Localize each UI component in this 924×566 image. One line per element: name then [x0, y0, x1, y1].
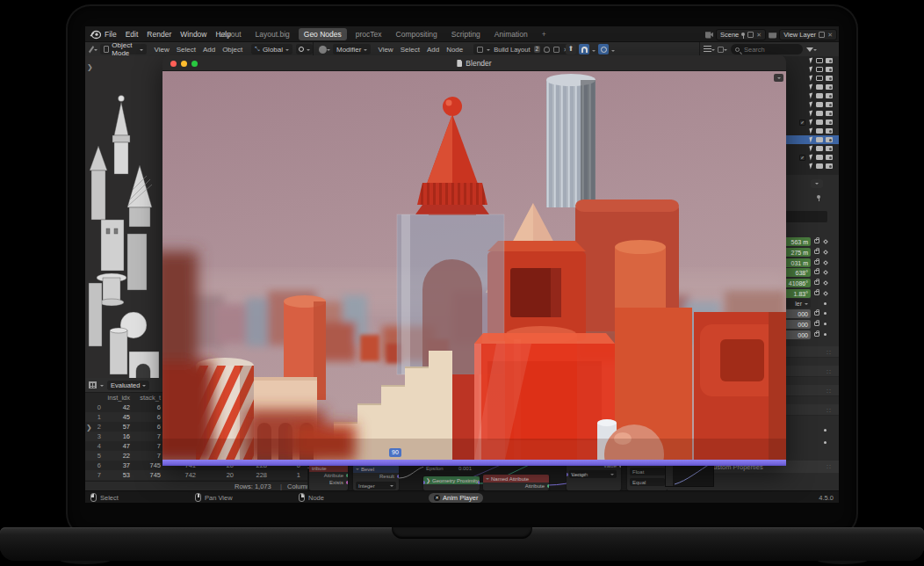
node-group-selector[interactable]: Build Layout 2 ✕	[473, 44, 572, 54]
pin-icon[interactable]	[741, 33, 745, 36]
lock-icon[interactable]	[814, 280, 819, 285]
panel-expand-arrow[interactable]: ❯	[86, 424, 92, 432]
tab-geo-nodes[interactable]: Geo Nodes	[299, 28, 347, 40]
collection-icon[interactable]	[718, 47, 724, 53]
mode-dropdown[interactable]: Object Mode	[100, 44, 147, 54]
new-scene-icon[interactable]	[747, 32, 754, 38]
viewport-visibility-icon[interactable]	[816, 102, 823, 107]
copy-icon[interactable]	[553, 47, 559, 53]
anim-player-button[interactable]: ✕ Anim Player	[429, 493, 483, 503]
new-view-layer-icon[interactable]	[819, 32, 825, 38]
animate-dot[interactable]	[824, 302, 827, 305]
unlink-scene-icon[interactable]: ✕	[756, 32, 762, 38]
toolbar-expand-arrow[interactable]: ❯	[87, 63, 93, 71]
menu-object[interactable]: Object	[222, 46, 242, 54]
selectability-cursor-icon[interactable]	[809, 67, 813, 73]
selectability-cursor-icon[interactable]	[809, 76, 813, 82]
viewport-visibility-icon[interactable]	[816, 128, 823, 134]
lock-icon[interactable]	[814, 260, 819, 265]
lock-icon[interactable]	[814, 332, 819, 337]
node-tree-type-dropdown[interactable]: Modifier	[333, 44, 371, 54]
render-visibility-icon[interactable]	[826, 137, 833, 142]
column-header-inst_idx[interactable]: inst_idx	[103, 394, 132, 402]
render-visibility-icon[interactable]	[826, 120, 833, 125]
socket-purple[interactable]	[397, 475, 399, 478]
viewport-visibility-icon[interactable]	[816, 76, 823, 81]
chevron-down-icon[interactable]	[327, 49, 330, 53]
selectability-cursor-icon[interactable]	[809, 128, 813, 134]
spreadsheet-row[interactable]: 7537457422022810.	[85, 470, 322, 480]
view-layer-icon[interactable]	[769, 31, 776, 39]
tab-proctex[interactable]: procTex	[350, 28, 387, 40]
lock-icon[interactable]	[814, 270, 819, 274]
render-visibility-icon[interactable]	[826, 128, 833, 134]
menu-add[interactable]: Add	[427, 46, 439, 54]
menu-node[interactable]: Node	[446, 46, 463, 54]
lock-icon[interactable]	[814, 239, 819, 243]
bevel-node[interactable]: Bevel Result Integer	[353, 465, 399, 490]
fake-user-shield-icon[interactable]	[544, 47, 550, 53]
animate-dot[interactable]	[824, 441, 827, 444]
search-input[interactable]	[742, 45, 795, 54]
viewport-visibility-icon[interactable]	[816, 137, 823, 142]
proportional-options-chevron[interactable]	[611, 50, 615, 54]
render-visibility-icon[interactable]	[826, 163, 833, 169]
viewport-visibility-icon[interactable]	[816, 67, 823, 72]
region-options-chevron[interactable]	[774, 74, 783, 82]
pin-id-icon[interactable]	[817, 195, 820, 199]
chevron-down-icon[interactable]	[724, 49, 727, 53]
spreadsheet-editor-icon[interactable]	[89, 381, 97, 388]
render-visibility-icon[interactable]	[826, 93, 833, 98]
animate-diamond-icon[interactable]	[823, 270, 828, 275]
remove-view-layer-icon[interactable]: ✕	[827, 32, 833, 38]
proportional-editing-icon[interactable]	[598, 44, 609, 54]
socket-purple[interactable]	[567, 473, 568, 476]
view-layer-selector[interactable]: View Layer ✕	[779, 29, 837, 40]
math-node-fragment[interactable]: Float Equal	[627, 464, 668, 490]
scene-icon[interactable]	[705, 31, 713, 39]
viewport-visibility-icon[interactable]	[816, 58, 823, 63]
render-visibility-icon[interactable]	[826, 84, 833, 90]
snap-magnet-icon[interactable]	[579, 44, 589, 54]
equal-field[interactable]: Equal	[630, 478, 665, 486]
parenting-icon[interactable]: ⬆	[566, 44, 576, 54]
selectability-cursor-icon[interactable]	[809, 120, 813, 126]
animate-diamond-icon[interactable]	[823, 250, 828, 255]
selectability-cursor-icon[interactable]	[809, 84, 813, 91]
scene-selector[interactable]: Scene ✕	[716, 29, 766, 40]
filter-icon[interactable]	[806, 47, 813, 52]
render-window[interactable]: Blender	[162, 55, 786, 466]
animate-diamond-icon[interactable]	[823, 260, 828, 265]
column-header-stack_t[interactable]: stack_t	[132, 394, 162, 402]
animate-dot-icon[interactable]	[824, 333, 827, 336]
chevron-down-icon[interactable]	[94, 49, 97, 53]
tab-scripting[interactable]: Scripting	[446, 28, 486, 40]
compare-node-fragment[interactable]: Value Length Vector	[567, 462, 621, 490]
add-workspace-button[interactable]: +	[537, 28, 552, 40]
menu-file[interactable]: File	[105, 30, 117, 39]
tab-compositing[interactable]: Compositing	[391, 28, 443, 40]
selectability-cursor-icon[interactable]	[809, 93, 813, 99]
socket-green[interactable]	[346, 474, 348, 477]
integer-dropdown[interactable]: Integer	[356, 482, 396, 490]
socket-green[interactable]	[547, 484, 549, 488]
outliner-search[interactable]	[731, 44, 803, 54]
lock-icon[interactable]	[814, 250, 819, 254]
animate-diamond-icon[interactable]	[823, 291, 828, 296]
display-mode-icon[interactable]	[704, 46, 711, 53]
animate-diamond-icon[interactable]	[823, 239, 828, 244]
chevron-down-icon[interactable]	[813, 49, 817, 53]
pivot-point-dropdown[interactable]	[296, 44, 313, 54]
visibility-checkbox[interactable]: ✓	[799, 120, 805, 126]
tab-layout-big[interactable]: Layout.big	[250, 28, 295, 40]
render-visibility-icon[interactable]	[826, 111, 833, 116]
lock-icon[interactable]	[814, 291, 819, 295]
named-attribute-node-fragment[interactable]: tribute Attribute Exists	[309, 464, 348, 490]
node-header[interactable]: Bevel	[353, 465, 399, 473]
chevron-down-icon[interactable]	[100, 385, 104, 388]
menu-view[interactable]: View	[154, 46, 169, 54]
render-visibility-icon[interactable]	[826, 67, 833, 72]
lock-icon[interactable]	[814, 311, 819, 316]
menu-select[interactable]: Select	[401, 46, 420, 54]
selectability-cursor-icon[interactable]	[809, 146, 813, 152]
